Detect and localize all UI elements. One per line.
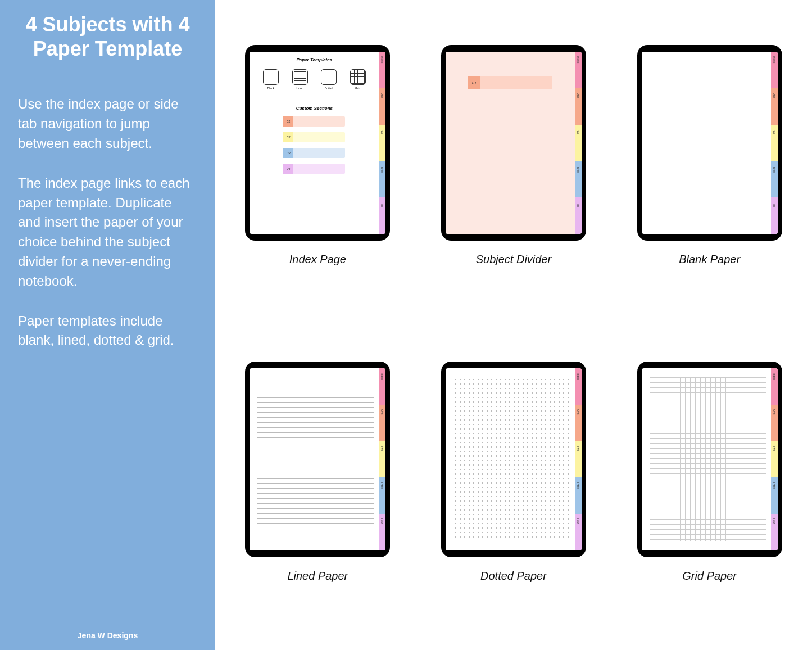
page-dotted [446, 368, 575, 550]
preview-gallery: Paper Templates Blank Lined Dotted [215, 0, 812, 650]
section-num: 03 [283, 148, 293, 158]
tab-label: Four [380, 514, 384, 524]
tab-label: One [380, 88, 384, 98]
tab-label: Index [773, 368, 776, 380]
sidebar-paragraph-2: The index page links to each paper templ… [18, 174, 197, 291]
ipad-frame: 01 Index One Two Three Four [441, 45, 586, 241]
thumb-dotted-icon [321, 69, 337, 85]
tile-lined-paper: Index One Two Three Four Lined Paper [245, 362, 390, 650]
tab-one[interactable]: One [575, 405, 582, 441]
page-blank [642, 52, 771, 234]
caption: Index Page [245, 253, 390, 266]
template-lined[interactable]: Lined [292, 69, 308, 90]
sidebar-paragraph-1: Use the index page or side tab navigatio… [18, 94, 197, 153]
template-grid[interactable]: Grid [350, 69, 366, 90]
page-divider: 01 [446, 52, 575, 234]
tile-dotted-paper: Index One Two Three Four Dotted Paper [441, 362, 586, 650]
tab-two[interactable]: Two [575, 125, 582, 161]
grid-pattern [650, 377, 766, 541]
tab-label: Two [773, 125, 776, 134]
ipad-frame: Index One Two Three Four [245, 362, 390, 557]
tab-label: Three [577, 477, 580, 489]
template-label: Lined [292, 87, 308, 90]
sidebar-title: 4 Subjects with 4 Paper Template [18, 12, 197, 61]
template-label: Grid [350, 87, 366, 90]
tab-one[interactable]: One [379, 405, 385, 441]
tab-three[interactable]: Three [771, 477, 778, 514]
thumb-blank-icon [263, 69, 279, 85]
tab-label: Three [380, 161, 384, 173]
lined-pattern [257, 377, 374, 541]
tab-label: Two [577, 441, 580, 451]
tab-index[interactable]: Index [771, 52, 778, 88]
section-num: 04 [283, 164, 293, 174]
template-blank[interactable]: Blank [263, 69, 279, 90]
tab-two[interactable]: Two [379, 125, 385, 161]
tab-four[interactable]: Four [771, 514, 778, 550]
tab-label: One [773, 405, 776, 414]
tab-two[interactable]: Two [575, 441, 582, 478]
tab-one[interactable]: One [575, 88, 582, 125]
tile-grid-paper: Index One Two Three Four Grid Paper [637, 362, 782, 650]
ipad-screen: 01 Index One Two Three Four [446, 52, 582, 234]
tab-four[interactable]: Four [575, 514, 582, 550]
tab-label: Two [380, 441, 384, 451]
ipad-screen: Paper Templates Blank Lined Dotted [250, 52, 385, 234]
tab-label: Four [577, 514, 580, 524]
tab-three[interactable]: Three [379, 161, 385, 197]
tab-label: Index [380, 368, 384, 380]
ipad-screen: Index One Two Three Four [642, 368, 778, 550]
index-templates-heading: Paper Templates [250, 57, 379, 62]
tab-label: Four [773, 197, 776, 207]
tab-index[interactable]: Index [771, 368, 778, 405]
section-link-02[interactable]: 02 [283, 132, 345, 142]
tab-label: Index [773, 52, 776, 63]
tab-label: Four [380, 197, 384, 207]
tab-four[interactable]: Four [379, 197, 385, 234]
tab-label: Index [577, 368, 580, 380]
tab-three[interactable]: Three [575, 477, 582, 514]
tab-two[interactable]: Two [771, 125, 778, 161]
tab-one[interactable]: One [379, 88, 385, 125]
tab-one[interactable]: One [771, 88, 778, 125]
template-label: Dotted [321, 87, 337, 90]
tab-two[interactable]: Two [379, 441, 385, 478]
section-link-04[interactable]: 04 [283, 164, 345, 174]
tile-subject-divider: 01 Index One Two Three Four Subject Divi… [441, 45, 586, 333]
tab-index[interactable]: Index [379, 368, 385, 405]
tab-index[interactable]: Index [575, 368, 582, 405]
tab-label: Three [773, 161, 776, 173]
caption: Grid Paper [637, 570, 782, 583]
section-link-01[interactable]: 01 [283, 116, 345, 127]
tab-index[interactable]: Index [379, 52, 385, 88]
ipad-frame: Index One Two Three Four [637, 362, 782, 557]
section-link-03[interactable]: 03 [283, 148, 345, 158]
tab-four[interactable]: Four [379, 514, 385, 550]
ipad-frame: Paper Templates Blank Lined Dotted [245, 45, 390, 241]
tab-four[interactable]: Four [771, 197, 778, 234]
info-sidebar: 4 Subjects with 4 Paper Template Use the… [0, 0, 215, 650]
tab-label: One [380, 405, 384, 414]
ipad-screen: Index One Two Three Four [446, 368, 582, 550]
tab-label: Three [577, 161, 580, 173]
index-custom-sections-heading: Custom Sections [250, 106, 379, 111]
ipad-screen: Index One Two Three Four [250, 368, 385, 550]
ipad-frame: Index One Two Three Four [441, 362, 586, 557]
tab-label: Two [380, 125, 384, 134]
side-tabs: Index One Two Three Four [575, 52, 582, 234]
tab-three[interactable]: Three [379, 477, 385, 514]
tab-one[interactable]: One [771, 405, 778, 441]
caption: Blank Paper [637, 253, 782, 266]
template-dotted[interactable]: Dotted [321, 69, 337, 90]
tab-three[interactable]: Three [771, 161, 778, 197]
tab-label: Three [380, 477, 384, 489]
tab-index[interactable]: Index [575, 52, 582, 88]
tab-two[interactable]: Two [771, 441, 778, 478]
caption: Lined Paper [245, 570, 390, 583]
tile-index-page: Paper Templates Blank Lined Dotted [245, 45, 390, 333]
tab-label: Three [773, 477, 776, 489]
side-tabs: Index One Two Three Four [379, 368, 385, 550]
tab-three[interactable]: Three [575, 161, 582, 197]
tab-four[interactable]: Four [575, 197, 582, 234]
page-lined [250, 368, 379, 550]
